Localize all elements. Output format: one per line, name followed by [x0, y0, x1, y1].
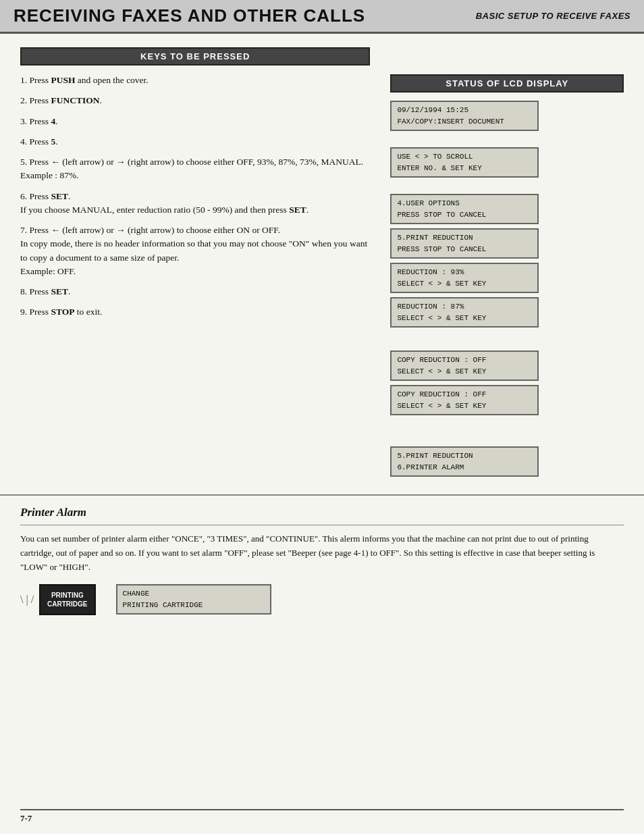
step-7-example: Example: OFF.: [20, 266, 76, 276]
printer-alarm-lcd: CHANGE PRINTING CARTRIDGE: [116, 584, 271, 615]
step-4-rest: .: [55, 136, 57, 147]
step-8-key: SET: [51, 286, 68, 296]
spacer-1: [390, 135, 624, 147]
step-5-example: Example : 87%.: [20, 170, 79, 180]
step-8: 8. Press SET.: [20, 285, 370, 298]
lcd-display-6: REDUCTION : 87% SELECT < > & SET KEY: [390, 297, 539, 328]
step-2-rest: .: [99, 95, 101, 105]
page-header: RECEIVING FAXES AND OTHER CALLS BASIC SE…: [0, 0, 644, 34]
step-5: 5. Press ← (left arrow) or → (right arro…: [20, 155, 370, 183]
step-2-key: FUNCTION: [51, 95, 99, 105]
lcd-display-7: COPY REDUCTION : OFF SELECT < > & SET KE…: [390, 350, 539, 381]
lcd-display-2: USE < > TO SCROLL ENTER NO. & SET KEY: [390, 147, 539, 178]
step-9-rest: to exit.: [74, 307, 102, 317]
printer-alarm-title: Printer Alarm: [20, 506, 624, 519]
step-8-rest: .: [68, 286, 70, 296]
step-6-detail: If you choose MANUAL, enter reduction ra…: [20, 205, 308, 215]
step-1-number: 1. Press: [20, 75, 51, 85]
page-subtitle: BASIC SETUP TO RECEIVE FAXES: [476, 11, 630, 21]
left-column: KEYS TO BE PRESSED 1. Press PUSH and ope…: [20, 47, 370, 481]
cartridge-label-line2: CARTRIDGE: [47, 600, 87, 608]
lcd-display-3: 4.USER OPTIONS PRESS STOP TO CANCEL: [390, 194, 539, 224]
step-6: 6. Press SET. If you choose MANUAL, ente…: [20, 190, 370, 217]
step-1-rest: and open the cover.: [75, 75, 148, 85]
cartridge-label-line1: PRINTING: [51, 592, 84, 599]
step-9: 9. Press STOP to exit.: [20, 305, 370, 319]
lcd-display-4: 5.PRINT REDUCTION PRESS STOP TO CANCEL: [390, 228, 539, 259]
step-2-number: 2. Press: [20, 95, 51, 105]
step-4: 4. Press 5.: [20, 135, 370, 149]
page-number: 7-7: [20, 813, 32, 823]
step-1: 1. Press PUSH and open the cover.: [20, 74, 370, 87]
step-6-number: 6. Press: [20, 191, 51, 201]
wave-lines-icon: \ | /: [20, 594, 34, 605]
step-3: 3. Press 4.: [20, 115, 370, 128]
page-footer: 7-7: [20, 809, 624, 824]
step-6-rest: .: [68, 191, 70, 201]
cartridge-image: PRINTING CARTRIDGE: [39, 584, 95, 615]
lcd-section-header: STATUS OF LCD DISPLAY: [390, 74, 624, 93]
step-3-rest: .: [55, 116, 57, 126]
steps-list: 1. Press PUSH and open the cover. 2. Pre…: [20, 74, 370, 319]
keys-section-header: KEYS TO BE PRESSED: [20, 47, 370, 66]
step-5-text: 5. Press ← (left arrow) or → (right arro…: [20, 157, 363, 167]
cartridge-icon-area: \ | / PRINTING CARTRIDGE: [20, 584, 96, 615]
spacer-2: [390, 182, 624, 194]
printer-alarm-section: Printer Alarm You can set number of prin…: [0, 494, 644, 627]
printer-alarm-text: You can set number of printer alarm eith…: [20, 532, 624, 574]
lcd-display-1: 09/12/1994 15:25 FAX/COPY:INSERT DOCUMEN…: [390, 101, 539, 131]
step-7-text: 7. Press ← (left arrow) or → (right arro…: [20, 225, 280, 235]
step-8-number: 8. Press: [20, 286, 51, 296]
step-1-key: PUSH: [51, 75, 75, 85]
step-2: 2. Press FUNCTION.: [20, 94, 370, 107]
spacer-3: [390, 332, 624, 350]
step-3-number: 3. Press: [20, 116, 51, 126]
lcd-display-9: 5.PRINT REDUCTION 6.PRINTER ALARM: [390, 446, 539, 477]
lcd-display-5: REDUCTION : 93% SELECT < > & SET KEY: [390, 263, 539, 293]
page: RECEIVING FAXES AND OTHER CALLS BASIC SE…: [0, 0, 644, 834]
spacer-4: [390, 419, 624, 446]
lcd-display-8: COPY REDUCTION : OFF SELECT < > & SET KE…: [390, 385, 539, 415]
step-4-number: 4. Press: [20, 136, 51, 147]
page-title: RECEIVING FAXES AND OTHER CALLS: [14, 5, 365, 26]
step-7: 7. Press ← (left arrow) or → (right arro…: [20, 224, 370, 278]
main-content: KEYS TO BE PRESSED 1. Press PUSH and ope…: [0, 34, 644, 494]
step-6-key: SET: [51, 191, 68, 201]
right-column: STATUS OF LCD DISPLAY 09/12/1994 15:25 F…: [390, 47, 624, 481]
lcd-displays: 09/12/1994 15:25 FAX/COPY:INSERT DOCUMEN…: [390, 101, 624, 481]
step-7-detail: In copy mode, there is no header informa…: [20, 238, 367, 262]
step-9-key: STOP: [51, 307, 74, 317]
printer-alarm-bottom: \ | / PRINTING CARTRIDGE CHANGE PRINTING…: [20, 584, 624, 620]
step-9-number: 9. Press: [20, 307, 51, 317]
